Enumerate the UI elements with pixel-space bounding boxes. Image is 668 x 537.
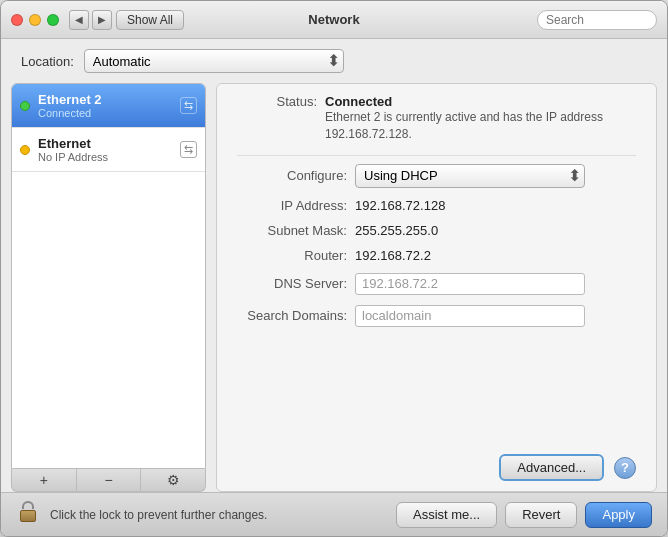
subnet-value: 255.255.255.0 (355, 223, 438, 238)
help-button[interactable]: ? (614, 457, 636, 479)
maximize-button[interactable] (47, 14, 59, 26)
spacer (237, 337, 636, 442)
apply-button[interactable]: Apply (585, 502, 652, 528)
status-value: Connected (325, 94, 636, 109)
search-domains-row: Search Domains: (237, 305, 636, 327)
gear-button[interactable]: ⚙ (141, 469, 205, 491)
status-desc: Ethernet 2 is currently active and has t… (325, 109, 636, 143)
net-status-ethernet2: Connected (38, 107, 176, 119)
main-content: Ethernet 2 Connected ⇆ Ethernet No IP Ad… (1, 83, 667, 492)
location-label: Location: (21, 54, 74, 69)
net-icon-ethernet: ⇆ (180, 141, 197, 158)
status-dot-yellow (20, 145, 30, 155)
dns-label: DNS Server: (237, 276, 347, 291)
lock-icon[interactable] (16, 501, 40, 529)
net-name-ethernet2: Ethernet 2 (38, 92, 176, 107)
location-bar: Location: Automatic ⬍ (1, 39, 667, 83)
nav-buttons: ◀ ▶ (69, 10, 112, 30)
ip-label: IP Address: (237, 198, 347, 213)
ip-row: IP Address: 192.168.72.128 (237, 198, 636, 213)
network-window: ◀ ▶ Show All Network Location: Automatic… (0, 0, 668, 537)
back-button[interactable]: ◀ (69, 10, 89, 30)
search-input[interactable] (537, 10, 657, 30)
right-panel: Status: Connected Ethernet 2 is currentl… (216, 83, 657, 492)
bottom-buttons: Assist me... Revert Apply (396, 502, 652, 528)
bottom-bar: Click the lock to prevent further change… (1, 492, 667, 536)
assist-me-button[interactable]: Assist me... (396, 502, 497, 528)
forward-button[interactable]: ▶ (92, 10, 112, 30)
status-label: Status: (237, 94, 317, 109)
search-domains-label: Search Domains: (237, 308, 347, 323)
dns-input[interactable] (355, 273, 585, 295)
list-toolbar: + − ⚙ (11, 469, 206, 492)
advanced-button[interactable]: Advanced... (499, 454, 604, 481)
minimize-button[interactable] (29, 14, 41, 26)
remove-network-button[interactable]: − (77, 469, 142, 491)
net-info-ethernet2: Ethernet 2 Connected (38, 92, 176, 119)
window-title: Network (308, 12, 359, 27)
router-label: Router: (237, 248, 347, 263)
status-info: Connected Ethernet 2 is currently active… (325, 94, 636, 143)
divider (237, 155, 636, 156)
router-row: Router: 192.168.72.2 (237, 248, 636, 263)
advanced-row: Advanced... ? (237, 454, 636, 481)
subnet-label: Subnet Mask: (237, 223, 347, 238)
search-domains-input[interactable] (355, 305, 585, 327)
close-button[interactable] (11, 14, 23, 26)
titlebar: ◀ ▶ Show All Network (1, 1, 667, 39)
revert-button[interactable]: Revert (505, 502, 577, 528)
network-item-ethernet[interactable]: Ethernet No IP Address ⇆ (12, 128, 205, 172)
net-info-ethernet: Ethernet No IP Address (38, 136, 176, 163)
traffic-lights (11, 14, 59, 26)
ip-value: 192.168.72.128 (355, 198, 445, 213)
configure-select-wrapper: Using DHCP ⬍ (355, 164, 585, 188)
net-icon-ethernet2: ⇆ (180, 97, 197, 114)
lock-text: Click the lock to prevent further change… (50, 508, 386, 522)
net-status-ethernet: No IP Address (38, 151, 176, 163)
status-section: Status: Connected Ethernet 2 is currentl… (237, 94, 636, 143)
configure-select[interactable]: Using DHCP (355, 164, 585, 188)
location-select[interactable]: Automatic (84, 49, 344, 73)
dns-row: DNS Server: (237, 273, 636, 295)
configure-label: Configure: (237, 168, 347, 183)
configure-row: Configure: Using DHCP ⬍ (237, 164, 636, 188)
router-value: 192.168.72.2 (355, 248, 431, 263)
show-all-button[interactable]: Show All (116, 10, 184, 30)
location-select-wrapper: Automatic ⬍ (84, 49, 344, 73)
status-dot-green (20, 101, 30, 111)
left-panel: Ethernet 2 Connected ⇆ Ethernet No IP Ad… (11, 83, 206, 492)
add-network-button[interactable]: + (12, 469, 77, 491)
lock-shackle (22, 501, 34, 509)
net-name-ethernet: Ethernet (38, 136, 176, 151)
network-list: Ethernet 2 Connected ⇆ Ethernet No IP Ad… (11, 83, 206, 469)
network-item-ethernet2[interactable]: Ethernet 2 Connected ⇆ (12, 84, 205, 128)
subnet-row: Subnet Mask: 255.255.255.0 (237, 223, 636, 238)
lock-body (20, 510, 36, 522)
